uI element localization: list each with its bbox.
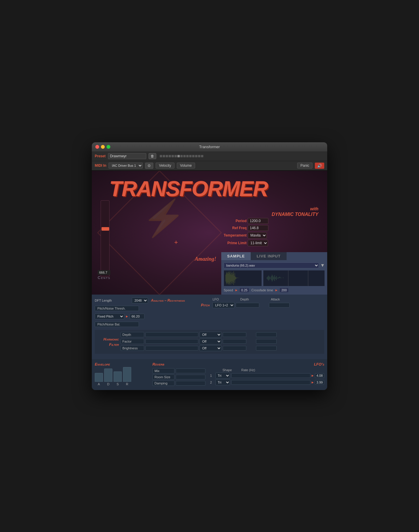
gear-icon: ⚙ (147, 163, 151, 168)
harmonic-title-wrap: HarmonicFilter (97, 336, 121, 347)
mix-row: Mix (152, 368, 205, 374)
params-panel: Period 1200.0 Ref Freq 146.8 Temperament… (220, 218, 268, 246)
envelope-bars: A D S R (95, 368, 148, 386)
waveform-area (224, 270, 325, 286)
harmonic-rows: Depth Off Factor (121, 332, 322, 352)
midi-settings-button[interactable]: ⚙ (145, 163, 153, 169)
velocity-button[interactable]: Velocity (156, 163, 174, 168)
dynamic-text: DYNAMIC TONALITY (272, 212, 318, 218)
sample-tab[interactable]: SAMPLE (221, 252, 251, 260)
decay-bar-wrap: D (104, 369, 112, 386)
harm-brightness-slider[interactable] (145, 346, 198, 351)
pitch-attack-slider[interactable] (269, 303, 290, 308)
midi-input-select[interactable]: IAC Driver Bus 1 (109, 163, 143, 168)
preset-toolbar: Preset 🗑 (92, 151, 327, 161)
roomsize-slider[interactable] (176, 375, 205, 379)
pitch-depth-slider[interactable] (236, 303, 259, 308)
minimize-button[interactable] (101, 145, 105, 149)
mix-slider[interactable] (176, 369, 205, 373)
speaker-button[interactable]: 🔊 (315, 163, 324, 169)
sustain-bar-wrap: S (114, 371, 122, 386)
harm-brightness-attack-slider[interactable] (256, 346, 277, 351)
roomsize-label: Room Size (152, 374, 174, 380)
harm-depth-lfo-select[interactable]: Off (199, 332, 222, 338)
dot-10 (186, 155, 189, 157)
midi-toolbar: MIDI In IAC Driver Bus 1 ⚙ Velocity Volu… (92, 161, 327, 171)
harm-depth-slider[interactable] (145, 332, 198, 337)
reffreq-value[interactable]: 146.8 (248, 225, 268, 231)
lfo-col-headers: LFO Depth Attack (188, 298, 324, 301)
temperament-label: Temperament (220, 233, 247, 237)
harmonic-header: HarmonicFilter Depth Off (97, 332, 322, 352)
title-bar: Transformer (92, 142, 327, 151)
preset-label: Preset (95, 154, 106, 158)
primelimit-select[interactable]: 11-limit (248, 240, 268, 246)
harm-brightness-depth-slider[interactable] (223, 346, 246, 351)
tab-bar: SAMPLE LIVE INPUT (221, 252, 327, 260)
panic-button[interactable]: Panic (297, 163, 312, 168)
harm-factor-lfo-select[interactable]: Off (199, 338, 222, 344)
close-button[interactable] (95, 145, 99, 149)
lfos-section: LFO's Shape Rate (Hz) 1 Tri ▶ 4.08 2 Tri (210, 362, 324, 387)
sample-file-select[interactable]: banduria (66.2).wav (224, 262, 319, 268)
add-icon[interactable]: + (174, 239, 178, 246)
lfo2-rate-value[interactable]: 3.99 (315, 380, 324, 385)
lfo1-shape-select[interactable]: Tri (215, 373, 230, 379)
dft-select[interactable]: 2048 (132, 298, 148, 303)
lfo1-rate-slider[interactable] (231, 373, 310, 378)
mix-label: Mix (152, 368, 174, 374)
lfo2-number: 2 (210, 381, 214, 384)
harm-factor-attack-slider[interactable] (256, 339, 277, 344)
release-bar[interactable] (123, 367, 131, 382)
crossfade-label: Crossfade time (251, 288, 273, 292)
lfo1-rate-value[interactable]: 4.08 (315, 373, 324, 378)
pitch-row: Pitch LFO 1+2 (188, 302, 324, 308)
speed-value[interactable]: 0.25 (240, 288, 249, 292)
period-value[interactable]: 1200.0 (248, 218, 268, 224)
svg-rect-0 (224, 270, 261, 286)
app-title: TRANSFORMER (109, 177, 268, 201)
pitch-slider[interactable] (101, 200, 109, 277)
preset-dots (160, 155, 203, 157)
sample-file-row: banduria (66.2).wav ▼ (224, 262, 325, 268)
temperament-select[interactable]: Mavila (248, 232, 267, 239)
dot-11 (189, 155, 192, 157)
preset-input[interactable] (108, 153, 146, 159)
dot-2 (163, 155, 165, 157)
lfos-col-headers: Shape Rate (Hz) (210, 368, 324, 372)
harm-depth-depth-slider[interactable] (223, 332, 246, 337)
crossfade-value[interactable]: 200 (280, 288, 288, 292)
live-input-tab[interactable]: LIVE INPUT (251, 252, 287, 260)
release-bar-wrap: R (123, 367, 131, 386)
harm-brightness-lfo-select[interactable]: Off (199, 345, 222, 351)
harm-factor-slider[interactable] (145, 339, 198, 344)
pitch-noise-bal-button[interactable]: Pitch/Noise Bal. (95, 322, 139, 327)
volume-button[interactable]: Volume (177, 163, 195, 168)
sustain-bar[interactable] (114, 371, 122, 382)
analysis-title: Analysis – Resynthesis (150, 298, 185, 303)
damping-slider[interactable] (176, 381, 205, 386)
lfo2-shape-select[interactable]: Tri (215, 379, 230, 385)
dot-5 (172, 155, 174, 157)
dot-3 (166, 155, 168, 157)
rate-header: Rate (Hz) (241, 368, 324, 372)
pitch-lfo-select[interactable]: LFO 1+2 (212, 302, 235, 308)
lfos-title: LFO's (210, 362, 324, 366)
decay-bar[interactable] (104, 369, 112, 382)
fixed-pitch-select[interactable]: Fixed Pitch (95, 313, 124, 319)
fixed-pitch-value[interactable] (130, 314, 144, 319)
dot-7 (177, 155, 180, 157)
attack-bar[interactable] (95, 373, 103, 382)
dot-14 (198, 155, 200, 157)
dot-15 (201, 155, 203, 157)
pitch-noise-thresh-button[interactable]: Pitch/Noise Thresh. (95, 306, 139, 311)
maximize-button[interactable] (107, 145, 110, 149)
lfo2-rate-slider[interactable] (231, 380, 310, 385)
window-controls (95, 145, 110, 149)
delete-preset-button[interactable]: 🗑 (149, 153, 156, 159)
dot-8 (180, 155, 183, 157)
cents-label-text: Cents (98, 275, 110, 280)
harmonic-depth-row: Depth Off (121, 332, 322, 338)
harm-depth-attack-slider[interactable] (256, 332, 277, 337)
harm-factor-depth-slider[interactable] (223, 339, 246, 344)
